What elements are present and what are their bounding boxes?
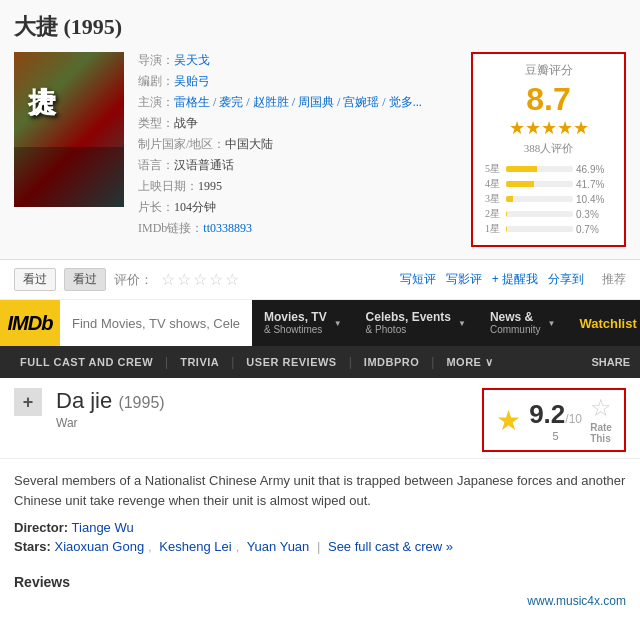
description-text: Several members of a Nationalist Chinese… <box>14 471 626 510</box>
douban-review-count: 388人评价 <box>485 141 612 156</box>
subnav-user-reviews[interactable]: USER REVIEWS <box>236 346 346 378</box>
movie-info: 导演：吴天戈 编剧：吴贻弓 主演：雷格生 / 袭完 / 赵胜胜 / 周国典 / … <box>138 52 457 247</box>
screenplay-row: 编剧：吴贻弓 <box>138 73 457 90</box>
movie-title-area: + Da jie (1995) War ★ 9.2/10 5 ☆ RateThi… <box>0 378 640 459</box>
bar-row: 5星 46.9% <box>485 162 612 176</box>
movie-poster: 大捷 <box>14 52 124 207</box>
cast-label: 主演： <box>138 95 174 109</box>
douban-rating-box: 豆瓣评分 8.7 ★★★★★ 388人评价 5星 46.9% 4星 41.7% … <box>471 52 626 247</box>
bar-fill <box>506 166 537 172</box>
subnav-imdbpro[interactable]: IMDbPro <box>354 346 429 378</box>
bar-row: 4星 41.7% <box>485 177 612 191</box>
douban-rating-label: 豆瓣评分 <box>485 62 612 79</box>
rating-bars: 5星 46.9% 4星 41.7% 3星 10.4% 2星 <box>485 162 612 236</box>
full-cast-crew-link[interactable]: See full cast & crew » <box>328 539 453 554</box>
imdb-label: IMDb链接： <box>138 221 203 235</box>
recommend-label: 推荐 <box>602 271 626 288</box>
rating-stars-input[interactable]: ☆☆☆☆☆ <box>161 270 241 289</box>
subnav-full-cast[interactable]: FULL CAST AND CREW <box>10 346 163 378</box>
rate-this-button[interactable]: ☆ RateThis <box>590 396 612 444</box>
director-value[interactable]: 吴天戈 <box>174 53 210 67</box>
imdb-subnav: FULL CAST AND CREW | TRIVIA | USER REVIE… <box>0 346 640 378</box>
language-value: 汉语普通话 <box>174 158 234 172</box>
bar-fill <box>506 181 534 187</box>
imdb-row: IMDb链接：tt0338893 <box>138 220 457 237</box>
rate-star-icon: ☆ <box>590 396 612 420</box>
subnav-sep-3: | <box>349 355 352 369</box>
bar-row: 3星 10.4% <box>485 192 612 206</box>
bar-star-label: 4星 <box>485 177 503 191</box>
director-label: 导演： <box>138 53 174 67</box>
want-button[interactable]: 看过 <box>64 268 106 291</box>
share-link[interactable]: 分享到 <box>548 271 584 288</box>
language-label: 语言： <box>138 158 174 172</box>
bar-star-label: 3星 <box>485 192 503 206</box>
add-to-watchlist-button[interactable]: + <box>14 388 42 416</box>
imdb-rating-display: ★ 9.2/10 5 ☆ RateThis <box>482 388 626 452</box>
imdb-search-input[interactable] <box>60 300 252 346</box>
subnav-sep-2: | <box>231 355 234 369</box>
watermark: www.music4x.com <box>0 590 640 612</box>
country-label: 制片国家/地区： <box>138 137 225 151</box>
director-row: 导演：吴天戈 <box>138 52 457 69</box>
director-credits: Director: Tiange Wu <box>14 520 626 535</box>
bar-star-label: 1星 <box>485 222 503 236</box>
imdb-logo[interactable]: IMDb <box>0 300 60 346</box>
nav-item-celebs[interactable]: Celebs, Events & Photos ▼ <box>354 300 478 346</box>
bar-star-label: 5星 <box>485 162 503 176</box>
nav-item-movies-tv[interactable]: Movies, TV & Showtimes ▼ <box>252 300 354 346</box>
director-credits-label: Director: <box>14 520 68 535</box>
imdb-title-year: (1995) <box>118 394 164 411</box>
bar-pct: 0.3% <box>576 209 612 220</box>
seen-button[interactable]: 看过 <box>14 268 56 291</box>
country-value: 中国大陆 <box>225 137 273 151</box>
genre-label: 类型： <box>138 116 174 130</box>
bar-row: 1星 0.7% <box>485 222 612 236</box>
nav-item-watchlist[interactable]: Watchlist <box>567 300 640 346</box>
rating-label-text: 评价： <box>114 271 153 289</box>
cast-row: 主演：雷格生 / 袭完 / 赵胜胜 / 周国典 / 宫婉瑶 / 觉多... <box>138 94 457 111</box>
language-row: 语言：汉语普通话 <box>138 157 457 174</box>
title-group: Da jie (1995) War <box>56 388 468 430</box>
write-review-link[interactable]: 写短评 <box>400 271 436 288</box>
runtime-row: 片长：104分钟 <box>138 199 457 216</box>
movie-description: Several members of a Nationalist Chinese… <box>0 459 640 570</box>
douban-score: 8.7 <box>485 83 612 115</box>
screenplay-value[interactable]: 吴贻弓 <box>174 74 210 88</box>
chinese-content: 大捷 导演：吴天戈 编剧：吴贻弓 主演：雷格生 / 袭完 / 赵胜胜 / 周国典… <box>14 52 626 247</box>
chevron-news: ▼ <box>547 319 555 328</box>
bar-track <box>506 196 573 202</box>
genre-row: 类型：战争 <box>138 115 457 132</box>
bar-track <box>506 181 573 187</box>
imdb-nav: IMDb Movies, TV & Showtimes ▼ Celebs, Ev… <box>0 300 640 346</box>
release-value: 1995 <box>198 179 222 193</box>
user-action-bar: 看过 看过 评价： ☆☆☆☆☆ 写短评 写影评 + 提醒我 分享到 推荐 <box>0 260 640 300</box>
nav-news-label: News & Community <box>490 310 541 336</box>
nav-celebs-main: Celebs, Events <box>366 310 451 324</box>
stars-credits: Stars: Xiaoxuan Gong, Kesheng Lei, Yuan … <box>14 539 626 554</box>
imdb-link-value[interactable]: tt0338893 <box>203 221 252 235</box>
subnav-more[interactable]: MORE ∨ <box>436 346 503 378</box>
subnav-trivia[interactable]: TRIVIA <box>170 346 229 378</box>
reviews-section-label: Reviews <box>0 570 640 590</box>
director-credits-link[interactable]: Tiange Wu <box>72 520 134 535</box>
write-long-link[interactable]: 写影评 <box>446 271 482 288</box>
nav-movies-sub: & Showtimes <box>264 324 327 336</box>
imdb-score-num: 9.2 <box>529 399 565 429</box>
add-note-link[interactable]: + 提醒我 <box>492 271 538 288</box>
imdb-movie-title: Da jie (1995) <box>56 388 468 414</box>
subnav-share[interactable]: SHARE <box>591 356 630 368</box>
star-1-link[interactable]: Xiaoxuan Gong <box>54 539 144 554</box>
release-row: 上映日期：1995 <box>138 178 457 195</box>
imdb-score-group: 9.2/10 5 <box>529 399 582 442</box>
nav-item-movies-tv-label: Movies, TV & Showtimes <box>264 310 327 336</box>
star-3-link[interactable]: Yuan Yuan <box>247 539 310 554</box>
bar-pct: 41.7% <box>576 179 612 190</box>
bar-track <box>506 226 573 232</box>
cast-value[interactable]: 雷格生 / 袭完 / 赵胜胜 / 周国典 / 宫婉瑶 / 觉多... <box>174 95 422 109</box>
star-2-link[interactable]: Kesheng Lei <box>159 539 231 554</box>
nav-item-news[interactable]: News & Community ▼ <box>478 300 568 346</box>
action-links: 写短评 写影评 + 提醒我 分享到 <box>400 271 584 288</box>
stars-credits-label: Stars: <box>14 539 51 554</box>
bar-pct: 46.9% <box>576 164 612 175</box>
